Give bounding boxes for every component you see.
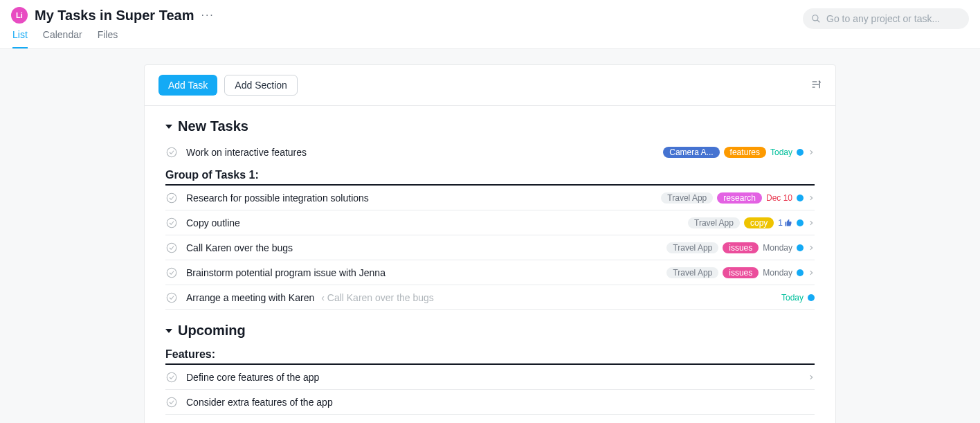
task-meta (808, 374, 815, 381)
search-box (803, 8, 969, 29)
tag-pill[interactable]: issues (723, 267, 759, 278)
check-circle-icon[interactable] (165, 217, 178, 229)
section: UpcomingFeatures:Define core features of… (145, 310, 835, 415)
tag-pill[interactable]: features (724, 147, 766, 158)
status-dot (797, 219, 804, 226)
tag-pill[interactable]: Travel App (666, 267, 718, 278)
due-date: Dec 10 (766, 193, 792, 203)
task-meta: Travel AppissuesMonday (666, 267, 815, 278)
tag-pill[interactable]: Travel App (688, 217, 740, 228)
tag-pill[interactable]: research (717, 192, 762, 204)
group-header[interactable]: Features: (165, 344, 815, 365)
sort-icon[interactable] (810, 79, 822, 92)
toolbar: Add Task Add Section (145, 65, 835, 106)
search-input[interactable] (803, 8, 969, 29)
status-dot (797, 244, 804, 251)
task-row[interactable]: Arrange a meeting with Karen‹ Call Karen… (165, 285, 815, 310)
task-row[interactable]: Work on interactive featuresCamera A...f… (165, 140, 815, 165)
tag-pill[interactable]: Travel App (661, 192, 713, 204)
svg-point-7 (167, 193, 176, 203)
section-header[interactable]: Upcoming (165, 323, 815, 339)
tab-files[interactable]: Files (98, 29, 118, 48)
tag-pill[interactable]: issues (723, 242, 759, 253)
chevron-right-icon (808, 269, 815, 276)
task-panel: Add Task Add Section New TasksWork on in… (144, 64, 836, 423)
svg-line-1 (817, 20, 820, 23)
avatar: Li (11, 7, 28, 24)
tag-pill[interactable]: Travel App (666, 242, 718, 253)
status-dot (808, 294, 815, 301)
title-row: Li My Tasks in Super Team ··· (11, 7, 215, 24)
check-circle-icon[interactable] (165, 242, 178, 254)
tab-calendar[interactable]: Calendar (43, 29, 82, 48)
task-parent-ref: ‹ Call Karen over the bugs (321, 292, 434, 303)
task-title: Define core features of the app (186, 372, 799, 383)
task-row[interactable]: Define core features of the app (165, 365, 815, 390)
task-title: Call Karen over the bugs (186, 242, 658, 253)
check-circle-icon[interactable] (165, 146, 178, 159)
check-circle-icon[interactable] (165, 267, 178, 279)
chevron-right-icon (808, 219, 815, 226)
task-row[interactable]: Consider extra features of the app (165, 390, 815, 415)
svg-point-0 (813, 15, 818, 21)
svg-point-10 (167, 268, 176, 278)
more-icon[interactable]: ··· (201, 9, 214, 21)
chevron-right-icon (808, 149, 815, 156)
page-title: My Tasks in Super Team (35, 8, 194, 24)
task-meta: Camera A...featuresToday (663, 147, 815, 158)
chevron-right-icon (808, 195, 815, 201)
due-date: Monday (763, 243, 792, 253)
chevron-right-icon (808, 374, 815, 381)
svg-point-6 (167, 147, 176, 157)
group-header[interactable]: Group of Tasks 1: (165, 165, 815, 186)
task-title: Work on interactive features (186, 147, 655, 158)
task-meta: Travel AppresearchDec 10 (661, 192, 815, 204)
task-title: Copy outline (186, 217, 680, 228)
section-title: Upcoming (178, 323, 246, 339)
tab-list[interactable]: List (12, 29, 28, 48)
check-circle-icon[interactable] (165, 371, 178, 384)
svg-point-13 (167, 397, 176, 407)
due-date: Monday (763, 268, 792, 278)
task-meta: Travel AppissuesMonday (666, 242, 815, 253)
task-meta: Today (781, 293, 815, 303)
caret-down-icon (165, 329, 172, 333)
section-header[interactable]: New Tasks (165, 118, 815, 134)
add-task-button[interactable]: Add Task (158, 75, 217, 96)
due-date: Today (770, 147, 792, 157)
tag-pill[interactable]: Camera A... (663, 147, 719, 158)
sections-root: New TasksWork on interactive featuresCam… (145, 106, 835, 415)
task-row[interactable]: Copy outlineTravel Appcopy1 (165, 210, 815, 235)
status-dot (797, 269, 804, 276)
svg-point-9 (167, 243, 176, 253)
header: Li My Tasks in Super Team ··· List Calen… (0, 0, 980, 49)
task-title: Brainstorm potential program issue with … (186, 267, 658, 278)
task-row[interactable]: Research for possible integration soluti… (165, 186, 815, 210)
caret-down-icon (165, 125, 172, 129)
check-circle-icon[interactable] (165, 192, 178, 204)
svg-point-11 (167, 293, 176, 303)
header-left: Li My Tasks in Super Team ··· List Calen… (11, 7, 215, 48)
section: New TasksWork on interactive featuresCam… (145, 106, 835, 310)
like-count[interactable]: 1 (778, 218, 792, 228)
check-circle-icon[interactable] (165, 396, 178, 408)
task-title: Consider extra features of the app (186, 397, 806, 408)
due-date: Today (781, 293, 804, 303)
svg-point-8 (167, 218, 176, 228)
task-title: Arrange a meeting with Karen‹ Call Karen… (186, 292, 773, 303)
add-section-button[interactable]: Add Section (224, 75, 298, 96)
svg-point-12 (167, 372, 176, 382)
tabs: List Calendar Files (12, 29, 215, 48)
status-dot (797, 195, 804, 201)
task-meta: Travel Appcopy1 (688, 217, 815, 228)
search-icon (811, 14, 821, 24)
task-row[interactable]: Call Karen over the bugsTravel Appissues… (165, 235, 815, 260)
status-dot (797, 149, 804, 156)
task-row[interactable]: Brainstorm potential program issue with … (165, 260, 815, 285)
section-title: New Tasks (178, 118, 248, 134)
task-title: Research for possible integration soluti… (186, 192, 653, 204)
check-circle-icon[interactable] (165, 291, 178, 304)
tag-pill[interactable]: copy (744, 217, 774, 228)
content-area: Add Task Add Section New TasksWork on in… (0, 49, 980, 423)
chevron-right-icon (808, 244, 815, 251)
